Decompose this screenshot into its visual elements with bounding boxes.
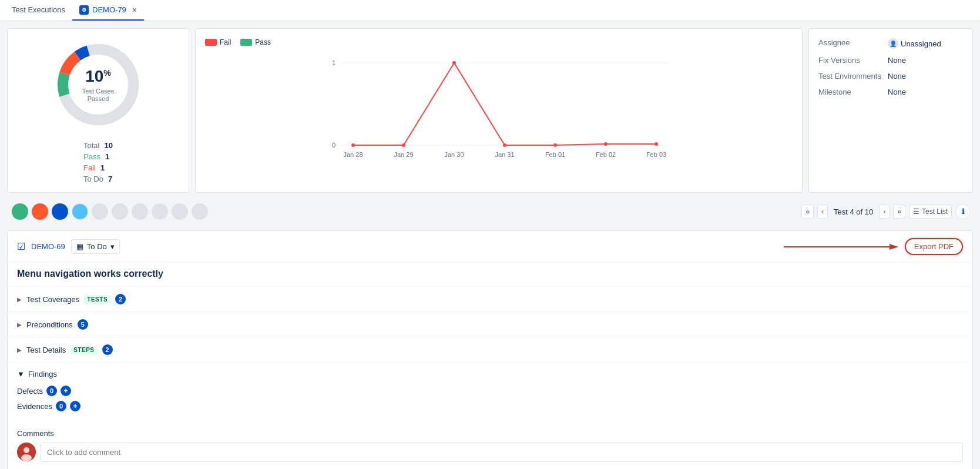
donut-label: Test Cases Passed	[75, 88, 122, 103]
donut-legend: Total 10 Pass 1 Fail 1 To Do 7	[83, 141, 113, 183]
test-detail-area: ☑ DEMO-69 ▦ To Do ▾ Export PDF Menu navi…	[7, 230, 973, 469]
svg-text:Feb 02: Feb 02	[596, 151, 616, 158]
add-defect-button[interactable]: +	[61, 386, 71, 396]
tab-test-executions[interactable]: Test Executions	[5, 0, 72, 21]
chevron-right-icon: ▶	[17, 296, 22, 303]
svg-point-16	[351, 143, 355, 147]
test-coverages-count: 2	[115, 294, 126, 304]
svg-text:Feb 01: Feb 01	[545, 151, 565, 158]
section-preconditions-header[interactable]: ▶ Preconditions 5	[8, 312, 972, 337]
toolbar-row: « ‹ Test 4 of 10 › » ☰ Test List ℹ	[7, 199, 973, 225]
badge-gray-2[interactable]	[112, 203, 128, 220]
svg-point-20	[553, 143, 557, 147]
test-header-left: ☑ DEMO-69 ▦ To Do ▾	[17, 239, 120, 254]
line-chart-svg: 1 0 Jan 28 Jan 29 Jan 30 Jan 31 Feb 01 F…	[205, 51, 793, 163]
nav-row: « ‹ Test 4 of 10 › » ☰ Test List ℹ	[801, 202, 971, 222]
legend-todo: To Do 7	[83, 175, 113, 183]
chart-legend: Fail Pass	[205, 38, 793, 46]
todo-dropdown[interactable]: ▦ To Do ▾	[71, 239, 120, 254]
svg-point-27	[21, 454, 32, 461]
tab-demo-79[interactable]: ⚙ DEMO-79 ×	[72, 0, 144, 21]
donut-panel: 10% Test Cases Passed Total 10 Pass 1 Fa…	[7, 28, 189, 193]
findings-label: Findings	[28, 370, 57, 378]
defects-count: 0	[46, 386, 57, 396]
tests-tag: TESTS	[84, 295, 110, 304]
fail-legend-item: Fail	[205, 38, 231, 46]
nav-last-button[interactable]: »	[893, 205, 905, 219]
preconditions-count: 5	[78, 319, 88, 330]
steps-tag: STEPS	[71, 346, 97, 354]
todo-chevron-icon: ▾	[110, 242, 115, 251]
nav-first-button[interactable]: «	[801, 205, 814, 219]
tab-bar: Test Executions ⚙ DEMO-79 ×	[0, 0, 980, 21]
svg-point-26	[24, 447, 29, 453]
section-test-details-header[interactable]: ▶ Test Details STEPS 2	[8, 337, 972, 362]
comment-input[interactable]	[41, 443, 963, 462]
svg-point-19	[503, 143, 506, 147]
test-counter: Test 4 of 10	[834, 207, 873, 216]
list-icon: ☰	[913, 207, 919, 216]
legend-total: Total 10	[83, 141, 113, 150]
tab-close-icon[interactable]: ×	[132, 5, 137, 15]
top-panels: 10% Test Cases Passed Total 10 Pass 1 Fa…	[7, 28, 973, 193]
section-label: Test Details	[26, 346, 66, 354]
todo-grid-icon: ▦	[76, 242, 83, 251]
badge-green[interactable]	[12, 203, 28, 220]
pass-legend-item: Pass	[240, 38, 271, 46]
info-milestone: Milestone None	[818, 88, 963, 96]
badge-light-blue[interactable]	[72, 203, 88, 220]
chevron-right-icon: ▶	[17, 321, 22, 328]
avatar	[17, 443, 36, 461]
checkbox-icon: ☑	[17, 241, 25, 252]
fail-color	[205, 39, 217, 46]
tab-demo-79-label: DEMO-79	[92, 5, 126, 14]
export-area: Export PDF	[905, 238, 963, 255]
svg-text:Jan 28: Jan 28	[343, 151, 363, 158]
badge-gray-6[interactable]	[192, 203, 208, 220]
main-content: 10% Test Cases Passed Total 10 Pass 1 Fa…	[0, 21, 980, 469]
section-preconditions: ▶ Preconditions 5	[8, 311, 972, 337]
findings-header[interactable]: ▼ Findings	[17, 370, 963, 378]
info-button[interactable]: ℹ	[955, 204, 971, 219]
test-header: ☑ DEMO-69 ▦ To Do ▾ Export PDF	[8, 231, 972, 263]
legend-pass: Pass 1	[83, 152, 113, 161]
svg-text:Jan 31: Jan 31	[495, 151, 514, 158]
section-findings: ▼ Findings Defects 0 + Evidences 0 +	[8, 362, 972, 423]
pass-legend-label: Pass	[255, 38, 271, 46]
info-test-env: Test Environments None	[818, 72, 963, 81]
section-label: Preconditions	[26, 320, 73, 329]
todo-status-label: To Do	[87, 242, 107, 251]
tab-test-executions-label: Test Executions	[12, 5, 65, 14]
demo-tab-icon: ⚙	[79, 5, 89, 15]
assignee-icon: 👤	[888, 38, 898, 49]
svg-text:0: 0	[332, 142, 335, 149]
badge-gray-1[interactable]	[92, 203, 108, 220]
chevron-down-icon: ▼	[17, 370, 25, 378]
section-label: Test Coverages	[26, 295, 79, 304]
badge-gray-5[interactable]	[172, 203, 188, 220]
section-test-coverages-header[interactable]: ▶ Test Coverages TESTS 2	[8, 287, 972, 311]
defects-label: Defects	[17, 387, 43, 396]
svg-text:Feb 03: Feb 03	[646, 151, 666, 158]
comment-row	[17, 443, 963, 462]
nav-prev-button[interactable]: ‹	[817, 205, 828, 219]
badge-gray-3[interactable]	[132, 203, 148, 220]
test-list-button[interactable]: ☰ Test List	[909, 205, 952, 219]
chevron-right-icon: ▶	[17, 347, 22, 353]
test-details-count: 2	[102, 344, 113, 355]
badge-red[interactable]	[32, 203, 48, 220]
legend-fail: Fail 1	[83, 163, 113, 172]
nav-next-button[interactable]: ›	[879, 205, 890, 219]
svg-point-17	[402, 143, 405, 147]
export-pdf-button[interactable]: Export PDF	[905, 238, 963, 255]
badge-gray-4[interactable]	[152, 203, 168, 220]
svg-point-22	[655, 142, 658, 146]
demo-link[interactable]: DEMO-69	[31, 242, 65, 251]
evidences-row: Evidences 0 +	[17, 401, 963, 411]
comments-label: Comments	[17, 429, 963, 438]
add-evidence-button[interactable]: +	[70, 401, 80, 411]
badge-blue[interactable]	[52, 203, 68, 220]
info-fix-versions: Fix Versions None	[818, 56, 963, 65]
donut-percent: 10%	[75, 66, 122, 86]
svg-marker-24	[890, 244, 898, 250]
